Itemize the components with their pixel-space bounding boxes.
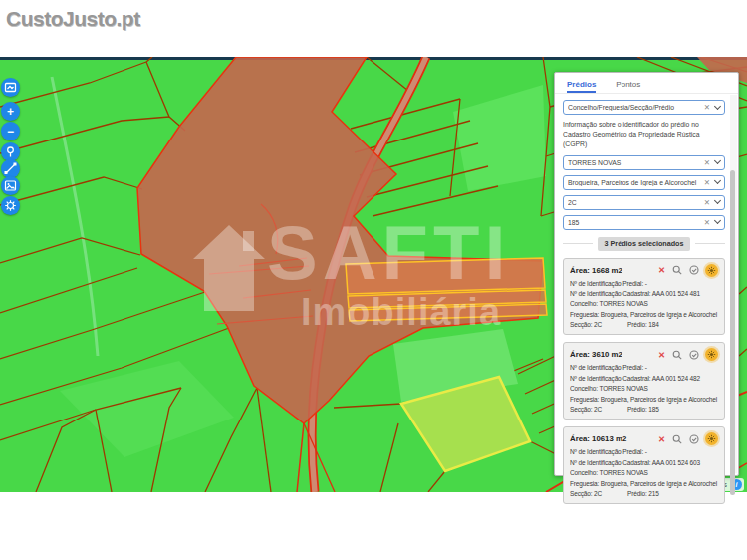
chevron-down-icon[interactable] bbox=[714, 177, 721, 184]
image-export-button[interactable] bbox=[1, 176, 20, 195]
clear-icon[interactable]: ✕ bbox=[704, 218, 710, 227]
predio-card: Área: 3610 m2 ✕ Nº de Identificação Pred… bbox=[563, 342, 725, 420]
predio-value: Prédio: 184 bbox=[627, 320, 659, 330]
settings-button[interactable] bbox=[1, 196, 20, 215]
select-value: 185 bbox=[568, 219, 701, 226]
freguesia-select[interactable]: Brogueira, Parceiros de Igreja e Alcoroc… bbox=[563, 175, 725, 190]
confirm-predio-icon[interactable] bbox=[689, 265, 699, 275]
seccao-select[interactable]: 2C ✕ bbox=[563, 195, 725, 210]
selection-divider: 3 Prédios selecionados bbox=[563, 237, 725, 251]
panel-scrollbar[interactable] bbox=[730, 95, 737, 473]
chevron-down-icon[interactable] bbox=[714, 157, 721, 164]
clear-icon[interactable]: ✕ bbox=[704, 178, 710, 187]
predio-settings-button[interactable] bbox=[705, 432, 718, 445]
remove-predio-icon[interactable]: ✕ bbox=[658, 351, 665, 360]
predio-value: Prédio: 185 bbox=[627, 405, 659, 415]
predio-settings-button[interactable] bbox=[705, 264, 718, 277]
predio-settings-button[interactable] bbox=[705, 348, 718, 361]
scrollbar-thumb[interactable] bbox=[730, 170, 735, 495]
concelho-select[interactable]: TORRES NOVAS ✕ bbox=[563, 155, 725, 170]
id-cadastral: Nº de Identificação Cadastral: AAA 001 5… bbox=[570, 289, 718, 299]
zoom-to-predio-icon[interactable] bbox=[672, 434, 682, 444]
id-predial: Nº de Identificação Predial: - bbox=[570, 279, 718, 289]
freguesia-value: Freguesia: Brogueira, Parceiros de Igrej… bbox=[570, 479, 718, 489]
seccao-value: Secção: 2C bbox=[570, 405, 602, 415]
predio-value: Prédio: 215 bbox=[627, 489, 659, 499]
cgpr-info-text: Informação sobre o identificador do préd… bbox=[563, 120, 725, 149]
clear-icon[interactable]: ✕ bbox=[704, 158, 710, 167]
area-label: Área: 10613 m2 bbox=[570, 434, 651, 443]
zoom-to-predio-icon[interactable] bbox=[672, 265, 682, 275]
seccao-value: Secção: 2C bbox=[570, 320, 602, 330]
freguesia-value: Freguesia: Brogueira, Parceiros de Igrej… bbox=[570, 310, 718, 320]
image-icon bbox=[1, 176, 20, 195]
id-cadastral: Nº de Identificação Cadastral: AAA 001 5… bbox=[570, 458, 718, 468]
remove-predio-icon[interactable]: ✕ bbox=[658, 435, 665, 444]
concelho-value: Concelho: TORRES NOVAS bbox=[570, 299, 718, 309]
chevron-down-icon[interactable] bbox=[714, 197, 721, 204]
predio-card: Área: 1668 m2 ✕ Nº de Identificação Pred… bbox=[563, 258, 725, 336]
clear-icon[interactable]: ✕ bbox=[704, 198, 710, 207]
clear-icon[interactable]: ✕ bbox=[704, 103, 710, 112]
predios-panel: Prédios Pontos Concelho/Freguesia/Secção… bbox=[554, 72, 739, 476]
search-mode-select[interactable]: Concelho/Freguesia/Secção/Prédio ✕ bbox=[563, 100, 725, 115]
id-cadastral: Nº de Identificação Cadastral: AAA 001 5… bbox=[570, 374, 718, 384]
select-value: Concelho/Freguesia/Secção/Prédio bbox=[568, 104, 701, 111]
predio-select[interactable]: 185 ✕ bbox=[563, 215, 725, 230]
remove-predio-icon[interactable]: ✕ bbox=[658, 266, 665, 275]
id-predial: Nº de Identificação Predial: - bbox=[570, 363, 718, 373]
zoom-out-button[interactable]: − bbox=[1, 122, 20, 140]
zoom-to-predio-icon[interactable] bbox=[672, 350, 682, 360]
selection-count-badge: 3 Prédios selecionados bbox=[598, 237, 691, 251]
panel-tabs: Prédios Pontos bbox=[555, 73, 738, 94]
area-label: Área: 1668 m2 bbox=[570, 266, 651, 275]
select-value: Brogueira, Parceiros de Igreja e Alcoroc… bbox=[568, 179, 701, 186]
basemap-icon bbox=[1, 78, 20, 97]
concelho-value: Concelho: TORRES NOVAS bbox=[570, 384, 718, 394]
custojusto-logo: CustoJusto.pt bbox=[6, 7, 140, 31]
chevron-down-icon[interactable] bbox=[714, 102, 721, 109]
freguesia-value: Freguesia: Brogueira, Parceiros de Igrej… bbox=[570, 395, 718, 405]
select-value: 2C bbox=[568, 199, 701, 206]
select-value: TORRES NOVAS bbox=[568, 159, 701, 166]
tab-predios[interactable]: Prédios bbox=[567, 80, 596, 93]
area-label: Área: 3610 m2 bbox=[570, 350, 651, 359]
chevron-down-icon[interactable] bbox=[714, 217, 721, 224]
confirm-predio-icon[interactable] bbox=[689, 434, 699, 444]
seccao-value: Secção: 2C bbox=[570, 489, 602, 499]
zoom-in-button[interactable]: + bbox=[1, 102, 20, 121]
tab-pontos[interactable]: Pontos bbox=[616, 80, 640, 93]
id-predial: Nº de Identificação Predial: - bbox=[570, 447, 718, 457]
confirm-predio-icon[interactable] bbox=[689, 350, 699, 360]
basemap-button[interactable] bbox=[1, 78, 20, 97]
predio-card: Área: 10613 m2 ✕ Nº de Identificação Pre… bbox=[563, 426, 725, 504]
gear-icon bbox=[1, 196, 20, 215]
concelho-value: Concelho: TORRES NOVAS bbox=[570, 468, 718, 478]
